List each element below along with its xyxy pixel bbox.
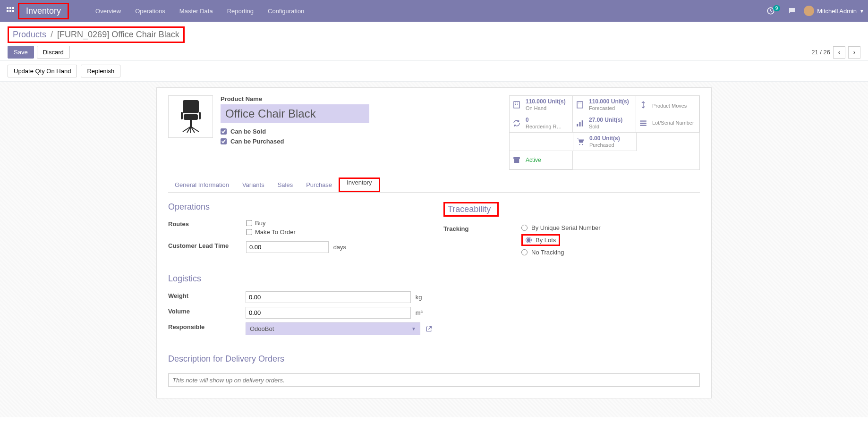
weight-label: Weight (168, 289, 246, 305)
menu-operations[interactable]: Operations (128, 4, 172, 18)
stat-active[interactable]: Active (509, 151, 573, 169)
svg-rect-27 (579, 122, 581, 127)
avatar (804, 6, 814, 16)
tab-sales[interactable]: Sales (271, 178, 300, 192)
svg-rect-17 (514, 101, 519, 108)
top-nav: Inventory Overview Operations Master Dat… (0, 0, 868, 22)
tab-content: Operations Routes Buy Make To Order Cust… (168, 193, 700, 387)
tracking-lots-radio[interactable]: By Lots (521, 234, 560, 246)
lead-time-input[interactable] (246, 241, 329, 253)
lead-time-unit: days (333, 244, 346, 251)
activity-badge: 9 (773, 5, 781, 11)
delivery-desc-heading: Description for Delivery Orders (168, 354, 700, 364)
can-be-sold-checkbox[interactable]: Can be Sold (221, 128, 502, 135)
refresh-icon (512, 119, 523, 127)
svg-rect-7 (183, 100, 199, 113)
product-image[interactable] (168, 95, 213, 138)
tab-inventory[interactable]: Inventory (340, 175, 378, 190)
cart-icon (576, 137, 587, 146)
volume-input[interactable] (246, 307, 411, 319)
stat-purchased[interactable]: 0.00 Unit(s)Purchased (573, 132, 637, 151)
stat-reordering[interactable]: 0Reordering R… (509, 114, 573, 133)
product-name-input[interactable] (221, 104, 369, 123)
caret-down-icon: ▼ (411, 326, 416, 331)
svg-rect-8 (184, 114, 198, 120)
menu-reporting[interactable]: Reporting (221, 4, 260, 18)
building-icon (512, 101, 523, 109)
stat-lot-serial[interactable]: Lot/Serial Number (636, 114, 699, 133)
pager-prev[interactable]: ‹ (833, 46, 845, 59)
svg-rect-35 (514, 159, 519, 163)
responsible-label: Responsible (168, 321, 246, 337)
tracking-serial-radio[interactable]: By Unique Serial Number (521, 224, 700, 231)
svg-point-33 (582, 144, 583, 145)
chevron-left-icon: ‹ (838, 49, 840, 56)
route-buy-checkbox[interactable]: Buy (246, 220, 425, 227)
bar-chart-icon (576, 119, 586, 127)
activity-icon[interactable]: 9 (766, 7, 781, 15)
list-icon (639, 119, 649, 127)
svg-rect-0 (7, 7, 9, 9)
tracking-none-radio[interactable]: No Tracking (521, 249, 700, 256)
breadcrumb-current: [FURN_0269] Office Chair Black (57, 30, 179, 39)
routes-label: Routes (168, 218, 246, 239)
app-brand[interactable]: Inventory (18, 3, 69, 19)
responsible-select[interactable]: OdooBot ▼ (246, 322, 420, 335)
svg-rect-22 (577, 101, 583, 108)
replenish-button[interactable]: Replenish (81, 65, 120, 77)
tab-general-information[interactable]: General Information (168, 178, 236, 192)
svg-rect-5 (12, 10, 14, 12)
notebook-tabs: General Information Variants Sales Purch… (168, 178, 700, 193)
product-name-label: Product Name (221, 95, 502, 102)
caret-down-icon: ▼ (859, 8, 864, 14)
building-icon (576, 101, 586, 109)
save-button[interactable]: Save (8, 46, 34, 59)
form-sheet: Product Name Can be Sold Can be Purchase… (156, 87, 712, 398)
stat-sold[interactable]: 27.00 Unit(s)Sold (572, 114, 636, 133)
tracking-label: Tracking (443, 222, 521, 261)
messaging-icon[interactable] (788, 7, 796, 15)
svg-rect-3 (7, 10, 9, 12)
svg-rect-28 (582, 120, 583, 127)
svg-point-32 (579, 144, 580, 145)
control-panel: Products / [FURN_0269] Office Chair Blac… (0, 22, 868, 61)
logistics-heading: Logistics (168, 274, 700, 284)
external-link-icon[interactable] (425, 325, 433, 333)
breadcrumb-sep: / (51, 30, 53, 39)
menu-master-data[interactable]: Master Data (173, 4, 220, 18)
volume-label: Volume (168, 305, 246, 321)
svg-rect-9 (190, 120, 192, 127)
pager-next[interactable]: › (848, 46, 860, 59)
stat-buttons: 110.000 Unit(s)On Hand 110.000 Unit(s)Fo… (509, 95, 700, 170)
user-menu[interactable]: Mitchell Admin ▼ (804, 6, 864, 16)
menu-overview[interactable]: Overview (89, 4, 128, 18)
chevron-right-icon: › (853, 49, 855, 56)
menu-configuration[interactable]: Configuration (261, 4, 311, 18)
can-be-purchased-checkbox[interactable]: Can be Purchased (221, 138, 502, 145)
breadcrumb-parent[interactable]: Products (13, 30, 46, 39)
volume-unit: m³ (416, 309, 423, 316)
operations-heading: Operations (168, 202, 425, 212)
tab-variants[interactable]: Variants (236, 178, 271, 192)
user-name: Mitchell Admin (817, 8, 857, 15)
svg-rect-16 (199, 112, 201, 119)
weight-input[interactable] (246, 291, 411, 303)
stat-forecasted[interactable]: 110.000 Unit(s)Forecasted (572, 95, 636, 114)
svg-rect-34 (513, 157, 520, 159)
weight-unit: kg (416, 294, 422, 301)
update-qty-button[interactable]: Update Qty On Hand (8, 65, 77, 77)
stat-product-moves[interactable]: Product Moves (636, 95, 699, 114)
discard-button[interactable]: Discard (37, 46, 70, 59)
content-area: Product Name Can be Sold Can be Purchase… (0, 82, 868, 417)
delivery-desc-input[interactable] (168, 373, 700, 387)
top-menu: Overview Operations Master Data Reportin… (89, 4, 311, 18)
stat-on-hand[interactable]: 110.000 Unit(s)On Hand (509, 95, 573, 114)
svg-rect-2 (12, 7, 14, 9)
svg-rect-15 (181, 112, 183, 119)
pager: 21 / 26 ‹ › (811, 46, 860, 59)
lead-time-label: Customer Lead Time (168, 239, 246, 255)
apps-icon[interactable] (4, 4, 17, 17)
route-mto-checkbox[interactable]: Make To Order (246, 228, 425, 236)
pager-text[interactable]: 21 / 26 (811, 49, 830, 56)
tab-purchase[interactable]: Purchase (299, 178, 339, 192)
